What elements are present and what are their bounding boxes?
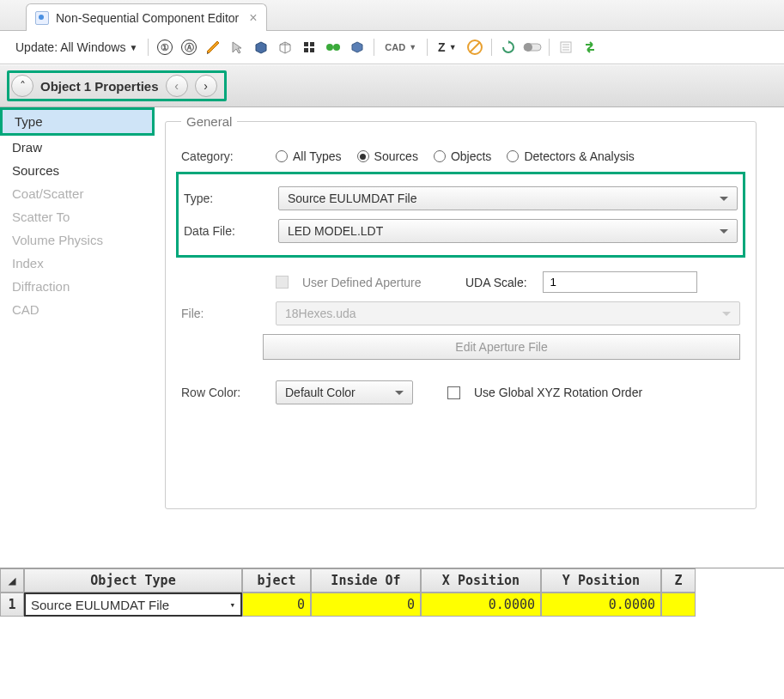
separator	[491, 39, 492, 56]
swap-icon[interactable]	[580, 38, 599, 57]
toolbar: Update: All Windows ▼ ① Ⓐ CAD ▼ Z ▼	[0, 31, 784, 64]
z-dropdown[interactable]: Z ▼	[435, 39, 459, 56]
next-object-button[interactable]: ›	[195, 75, 217, 97]
radio-objects[interactable]: Objects	[434, 149, 491, 163]
sidebar-item-coat-scatter: Coat/Scatter	[0, 182, 155, 205]
tab-bar: Non-Sequential Component Editor ×	[0, 0, 784, 31]
col-y-position[interactable]: Y Position	[541, 568, 661, 593]
sidebar-item-type[interactable]: Type	[3, 110, 152, 133]
type-combo[interactable]: Source EULUMDAT File	[278, 186, 738, 210]
svg-line-7	[470, 42, 480, 52]
properties-bar: ˄ Object 1 Properties ‹ ›	[0, 64, 784, 107]
radio-icon	[357, 150, 369, 162]
col-inside-of[interactable]: Inside Of	[311, 568, 421, 593]
block-icon[interactable]	[465, 38, 484, 57]
svg-point-4	[326, 44, 333, 51]
cell-inside-of[interactable]: 0	[311, 593, 421, 617]
uda-row: User Defined Aperture UDA Scale:	[181, 271, 740, 293]
cad-dropdown[interactable]: CAD ▼	[381, 40, 420, 54]
separator	[374, 39, 374, 56]
cursor-icon[interactable]	[228, 38, 246, 57]
radio-sources[interactable]: Sources	[357, 149, 418, 163]
sidebar: Type Draw Sources Coat/Scatter Scatter T…	[0, 107, 155, 562]
cube-wire-icon[interactable]	[276, 38, 295, 57]
cell-y-position[interactable]: 0.0000	[541, 593, 661, 617]
svg-rect-3	[310, 48, 314, 52]
chevron-down-icon: ▼	[449, 43, 457, 52]
sidebar-item-scatter-to: Scatter To	[0, 205, 155, 228]
general-legend: General	[181, 114, 237, 129]
datafile-label: Data File:	[184, 224, 270, 238]
cube-solid-icon[interactable]	[252, 38, 270, 57]
table-corner[interactable]: ◢	[0, 568, 24, 593]
col-object-type[interactable]: Object Type	[24, 568, 242, 593]
properties-header-highlight: ˄ Object 1 Properties ‹ ›	[7, 70, 227, 101]
global-xyz-checkbox[interactable]	[447, 386, 460, 399]
sidebar-item-diffraction: Diffraction	[0, 275, 155, 298]
cell-z[interactable]	[661, 593, 696, 617]
refresh-1-icon[interactable]: ①	[155, 38, 174, 57]
rowcolor-value: Default Color	[285, 386, 356, 399]
document-icon	[35, 11, 49, 25]
refresh-a-icon[interactable]: Ⓐ	[179, 38, 198, 57]
datafile-combo[interactable]: LED MODEL.LDT	[278, 219, 738, 243]
svg-point-5	[333, 44, 340, 51]
file-combo: 18Hexes.uda	[276, 301, 740, 325]
sidebar-type-highlight: Type	[0, 107, 155, 136]
hex-icon[interactable]	[348, 38, 367, 57]
row-number[interactable]: 1	[0, 593, 24, 617]
radio-icon	[434, 150, 446, 162]
cell-bject[interactable]: 0	[242, 593, 311, 617]
table-row[interactable]: 1 Source EULUMDAT File 0 0 0.0000 0.0000	[0, 593, 784, 617]
tab-title: Non-Sequential Component Editor	[56, 11, 239, 25]
cell-x-position[interactable]: 0.0000	[421, 593, 541, 617]
toggle-icon[interactable]	[523, 38, 542, 57]
rowcolor-row: Row Color: Default Color Use Global XYZ …	[181, 380, 740, 404]
col-z[interactable]: Z	[661, 568, 696, 593]
general-fieldset: General Category: All Types Sources Obje…	[165, 114, 757, 509]
rowcolor-label: Row Color:	[181, 386, 267, 399]
sidebar-item-cad: CAD	[0, 298, 155, 321]
sidebar-item-draw[interactable]: Draw	[0, 136, 155, 159]
category-radios: All Types Sources Objects Detectors & An…	[276, 149, 635, 163]
table-header-row: ◢ Object Type bject Inside Of X Position…	[0, 568, 784, 593]
col-bject[interactable]: bject	[242, 568, 311, 593]
editor-tab[interactable]: Non-Sequential Component Editor ×	[26, 3, 267, 31]
edit-icon[interactable]	[204, 38, 222, 57]
sidebar-item-index: Index	[0, 252, 155, 275]
col-x-position[interactable]: X Position	[421, 568, 541, 593]
type-row: Type: Source EULUMDAT File	[184, 186, 738, 210]
datafile-row: Data File: LED MODEL.LDT	[184, 219, 738, 243]
radio-all-types[interactable]: All Types	[276, 149, 342, 163]
z-label: Z	[438, 40, 446, 54]
prev-object-button[interactable]: ‹	[166, 75, 188, 97]
cycle-icon[interactable]	[499, 38, 518, 57]
edit-aperture-row: Edit Aperture File	[181, 334, 740, 360]
uda-check-label: User Defined Aperture	[302, 276, 457, 289]
update-dropdown[interactable]: Update: All Windows ▼	[12, 39, 141, 56]
separator	[427, 39, 428, 56]
file-row: File: 18Hexes.uda	[181, 301, 740, 325]
datafile-value: LED MODEL.LDT	[288, 224, 383, 238]
radio-sources-label: Sources	[374, 149, 418, 163]
link-icon[interactable]	[324, 38, 343, 57]
file-value-label: 18Hexes.uda	[285, 307, 356, 320]
grid-icon[interactable]	[300, 38, 319, 57]
rowcolor-combo[interactable]: Default Color	[276, 380, 413, 404]
collapse-button[interactable]: ˄	[11, 75, 33, 97]
separator	[549, 39, 550, 56]
radio-icon	[276, 150, 288, 162]
uda-scale-input[interactable]	[543, 271, 697, 293]
close-icon[interactable]: ×	[249, 10, 257, 26]
radio-detectors[interactable]: Detectors & Analysis	[507, 149, 634, 163]
file-label: File:	[181, 307, 267, 320]
cell-object-type[interactable]: Source EULUMDAT File	[24, 593, 242, 617]
properties-title: Object 1 Properties	[40, 79, 159, 94]
type-value: Source EULUMDAT File	[288, 191, 416, 205]
svg-rect-0	[304, 42, 308, 46]
edit-aperture-button: Edit Aperture File	[263, 334, 740, 360]
chevron-down-icon: ▼	[409, 43, 416, 52]
cell-object-type-value: Source EULUMDAT File	[31, 598, 169, 612]
page-icon[interactable]	[556, 38, 575, 57]
sidebar-item-sources[interactable]: Sources	[0, 159, 155, 182]
